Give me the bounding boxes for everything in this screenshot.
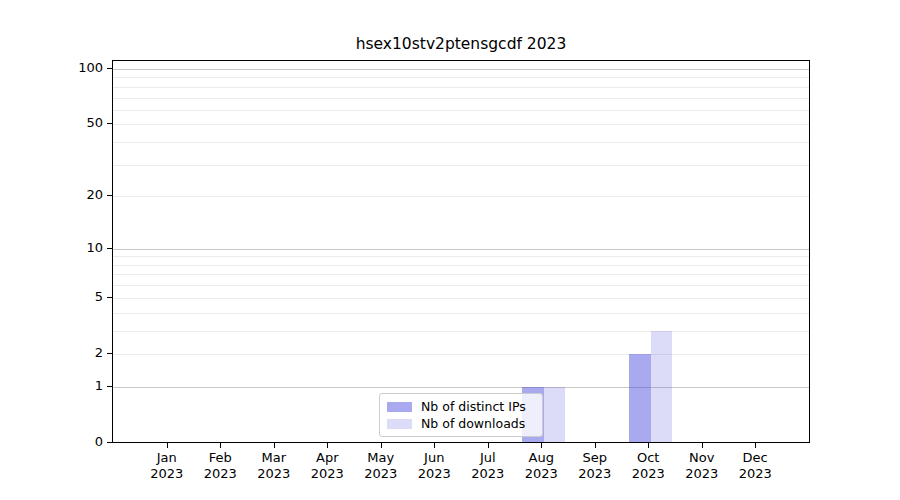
x-tick-label-sep: Sep2023 — [565, 450, 625, 482]
legend: Nb of distinct IPsNb of downloads — [379, 393, 543, 437]
x-tick-mark — [434, 443, 435, 448]
x-tick-label-dec: Dec2023 — [725, 450, 785, 482]
gridline-minor — [113, 265, 809, 266]
x-tick-mark — [274, 443, 275, 448]
x-tick-mark — [220, 443, 221, 448]
chart-title: hsex10stv2ptensgcdf 2023 — [112, 35, 810, 53]
x-tick-mark — [595, 443, 596, 448]
x-tick-label-nov: Nov2023 — [672, 450, 732, 482]
x-tick-mark — [488, 443, 489, 448]
y-tick-label: 0 — [43, 434, 103, 450]
x-tick-mark — [648, 443, 649, 448]
y-tick-mark — [107, 248, 112, 249]
x-tick-label-feb: Feb2023 — [190, 450, 250, 482]
legend-swatch-icon — [387, 402, 412, 412]
y-tick-mark — [107, 353, 112, 354]
x-tick-mark — [327, 443, 328, 448]
gridline-minor — [113, 274, 809, 275]
gridline-major — [113, 249, 809, 250]
y-tick-label: 50 — [43, 115, 103, 131]
y-tick-label: 1 — [43, 378, 103, 394]
y-tick-mark — [107, 442, 112, 443]
y-tick-label: 5 — [43, 289, 103, 305]
x-tick-label-aug: Aug2023 — [511, 450, 571, 482]
y-tick-mark — [107, 297, 112, 298]
y-tick-mark — [107, 195, 112, 196]
x-tick-label-oct: Oct2023 — [618, 450, 678, 482]
x-tick-label-jan: Jan2023 — [137, 450, 197, 482]
x-tick-mark — [755, 443, 756, 448]
x-tick-mark — [541, 443, 542, 448]
bar-downloads-oct — [651, 331, 673, 442]
gridline-major — [113, 387, 809, 388]
legend-item: Nb of downloads — [387, 416, 535, 432]
x-tick-label-mar: Mar2023 — [244, 450, 304, 482]
gridline-minor — [113, 285, 809, 286]
gridline-major — [113, 69, 809, 70]
gridline-minor — [113, 196, 809, 197]
legend-label: Nb of downloads — [421, 416, 525, 431]
y-tick-label: 100 — [43, 60, 103, 76]
gridline-minor — [113, 313, 809, 314]
x-tick-mark — [167, 443, 168, 448]
gridline-minor — [113, 124, 809, 125]
x-tick-label-jul: Jul2023 — [458, 450, 518, 482]
legend-label: Nb of distinct IPs — [421, 399, 526, 414]
gridline-minor — [113, 87, 809, 88]
bar-distinct-ips-oct — [629, 354, 651, 442]
y-tick-mark — [107, 68, 112, 69]
bar-downloads-aug — [544, 387, 566, 442]
gridline-minor — [113, 77, 809, 78]
x-tick-label-apr: Apr2023 — [297, 450, 357, 482]
gridline-minor — [113, 298, 809, 299]
gridline-minor — [113, 165, 809, 166]
gridline-minor — [113, 354, 809, 355]
gridline-minor — [113, 110, 809, 111]
y-tick-label: 20 — [43, 187, 103, 203]
y-tick-label: 2 — [43, 345, 103, 361]
legend-item: Nb of distinct IPs — [387, 399, 535, 415]
y-tick-mark — [107, 386, 112, 387]
gridline-minor — [113, 98, 809, 99]
gridline-minor — [113, 142, 809, 143]
x-tick-label-jun: Jun2023 — [404, 450, 464, 482]
x-tick-mark — [381, 443, 382, 448]
gridline-minor — [113, 256, 809, 257]
y-tick-mark — [107, 123, 112, 124]
figure-canvas: hsex10stv2ptensgcdf 2023 0125102050100Ja… — [0, 0, 900, 500]
x-tick-mark — [702, 443, 703, 448]
gridline-minor — [113, 331, 809, 332]
legend-swatch-icon — [387, 419, 412, 429]
x-tick-label-may: May2023 — [351, 450, 411, 482]
y-tick-label: 10 — [43, 240, 103, 256]
plot-area — [112, 60, 810, 443]
